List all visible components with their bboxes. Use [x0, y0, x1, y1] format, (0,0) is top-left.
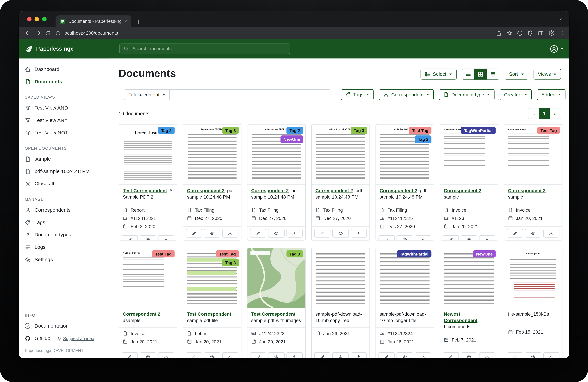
card-doctype-row[interactable]: Letter	[187, 331, 237, 336]
user-menu[interactable]	[550, 44, 563, 53]
view-button[interactable]	[268, 229, 285, 238]
card-thumbnail[interactable]: Adobe Acrobat PDF Files Tag 3	[183, 125, 241, 185]
sort-button[interactable]: Sort	[504, 69, 528, 80]
side-panel-icon[interactable]	[538, 30, 544, 36]
download-button[interactable]	[158, 235, 174, 241]
sidebar-item-close-all[interactable]: Close all	[19, 178, 110, 190]
card-correspondent-link[interactable]: Correspondent 2	[251, 188, 289, 193]
download-button[interactable]	[479, 352, 495, 358]
filter-text-input[interactable]	[170, 89, 330, 100]
previous-page-button[interactable]: «	[528, 108, 539, 119]
sidebar-item-documentation[interactable]: ? Documentation	[19, 320, 110, 332]
list-view-button[interactable]	[462, 69, 475, 80]
download-button[interactable]	[351, 229, 367, 238]
password-info-icon[interactable]	[517, 30, 523, 36]
download-button[interactable]	[415, 235, 431, 241]
edit-button[interactable]	[186, 229, 202, 238]
share-icon[interactable]	[496, 30, 502, 36]
tab-close-icon[interactable]	[124, 19, 127, 23]
edit-button[interactable]	[443, 352, 459, 358]
card-doctype-row[interactable]: Tax Filing	[315, 207, 366, 213]
download-button[interactable]	[543, 229, 559, 238]
grid-view-button[interactable]	[474, 69, 487, 80]
card-thumbnail[interactable]: A Simple PDF File Test Tag	[119, 248, 177, 308]
tag-chip[interactable]: Tag 3	[222, 259, 239, 266]
github-link[interactable]: GitHub	[35, 336, 50, 341]
view-button[interactable]	[397, 352, 413, 358]
card-doctype-row[interactable]: Report	[123, 207, 173, 213]
view-button[interactable]	[268, 352, 285, 358]
tag-chip[interactable]: TagWithPartial	[397, 250, 432, 258]
view-button[interactable]	[140, 235, 156, 241]
suggest-idea-link[interactable]: Suggest an idea	[57, 336, 94, 341]
card-doctype-row[interactable]: Invoice	[123, 331, 173, 336]
minimize-window-button[interactable]	[35, 17, 39, 21]
correspondent-filter-button[interactable]: Correspondent	[379, 89, 434, 100]
tag-chip[interactable]: Test Tag	[409, 127, 431, 134]
bookmark-star-icon[interactable]	[506, 30, 512, 36]
card-thumbnail[interactable]: Adobe Acrobat PDF Files Tag 2NewOne	[248, 125, 305, 185]
download-button[interactable]	[158, 352, 174, 358]
tag-chip[interactable]: Tag 3	[222, 127, 239, 134]
sidebar-item-saved-view-not[interactable]: Test View NOT	[19, 126, 110, 139]
global-search[interactable]	[119, 43, 290, 54]
created-filter-button[interactable]: Created	[500, 89, 531, 100]
sidebar-item-logs[interactable]: Logs	[19, 241, 110, 253]
close-window-button[interactable]	[27, 17, 32, 21]
tag-chip[interactable]: Tag 3	[286, 250, 303, 258]
view-button[interactable]	[333, 229, 349, 238]
view-button[interactable]	[461, 352, 477, 358]
page-1-button[interactable]: 1	[539, 108, 550, 119]
tag-chip[interactable]: Test Tag	[152, 250, 175, 258]
new-tab-button[interactable]	[136, 20, 141, 24]
reload-button[interactable]	[43, 29, 53, 38]
edit-button[interactable]	[250, 352, 266, 358]
edit-button[interactable]	[443, 235, 459, 241]
card-doctype-row[interactable]: Tax Filing	[187, 207, 237, 213]
tag-chip[interactable]: Tag 2	[415, 136, 431, 143]
edit-button[interactable]	[122, 352, 138, 358]
card-thumbnail[interactable]: Adobe Acrobat PDF Files Test TagTag 2	[376, 125, 434, 185]
search-input[interactable]	[132, 46, 286, 52]
view-button[interactable]	[140, 352, 156, 358]
edit-button[interactable]	[122, 235, 138, 241]
download-button[interactable]	[351, 352, 367, 358]
filter-field-dropdown[interactable]: Title & content	[124, 89, 170, 100]
download-button[interactable]	[286, 229, 303, 238]
edit-button[interactable]	[314, 229, 331, 238]
card-thumbnail[interactable]: NewOne	[440, 248, 498, 308]
sidebar-item-open-doc-sample[interactable]: sample	[19, 153, 110, 165]
edit-button[interactable]	[378, 352, 395, 358]
view-button[interactable]	[525, 352, 541, 358]
card-correspondent-link[interactable]: Newest Correspondent	[444, 311, 477, 323]
card-correspondent-link[interactable]: Test Correspondent	[187, 311, 231, 317]
extensions-icon[interactable]	[527, 30, 533, 36]
download-button[interactable]	[222, 352, 238, 358]
card-doctype-row[interactable]: Invoice	[508, 207, 558, 213]
card-correspondent-link[interactable]: Correspondent 2	[315, 188, 353, 193]
card-thumbnail[interactable]: Lorem ipsum	[504, 248, 562, 308]
views-button[interactable]: Views	[533, 69, 561, 80]
tag-chip[interactable]: NewOne	[473, 250, 496, 258]
card-correspondent-link[interactable]: Test Correspondent	[251, 311, 295, 317]
forward-button[interactable]	[33, 29, 43, 38]
address-bar[interactable]: localhost:4200/documents	[56, 30, 491, 36]
document-type-filter-button[interactable]: Document type	[439, 89, 494, 100]
download-button[interactable]	[415, 352, 431, 358]
select-button[interactable]: Select	[420, 69, 457, 80]
back-button[interactable]	[23, 29, 33, 38]
sidebar-item-saved-view-any[interactable]: Test View ANY	[19, 114, 110, 126]
sidebar-item-tags[interactable]: Tags	[19, 216, 110, 229]
card-correspondent-link[interactable]: Test Correspondent	[123, 188, 167, 193]
card-correspondent-link[interactable]: Correspondent 2	[444, 188, 481, 193]
detail-view-button[interactable]	[486, 69, 499, 80]
card-thumbnail[interactable]: Test TagTag 3	[183, 248, 241, 308]
sidebar-item-document-types[interactable]: # Document types	[19, 228, 110, 241]
card-doctype-row[interactable]: Tax Filing	[251, 207, 301, 213]
tag-chip[interactable]: Tag 2	[158, 127, 175, 134]
sidebar-item-documents[interactable]: Documents	[19, 75, 110, 88]
app-brand[interactable]: Paperless-ngx	[25, 45, 119, 53]
card-thumbnail[interactable]: A Simple PDF File TagWithPartial	[440, 125, 498, 185]
site-info-icon[interactable]	[56, 31, 61, 36]
view-button[interactable]	[333, 352, 349, 358]
